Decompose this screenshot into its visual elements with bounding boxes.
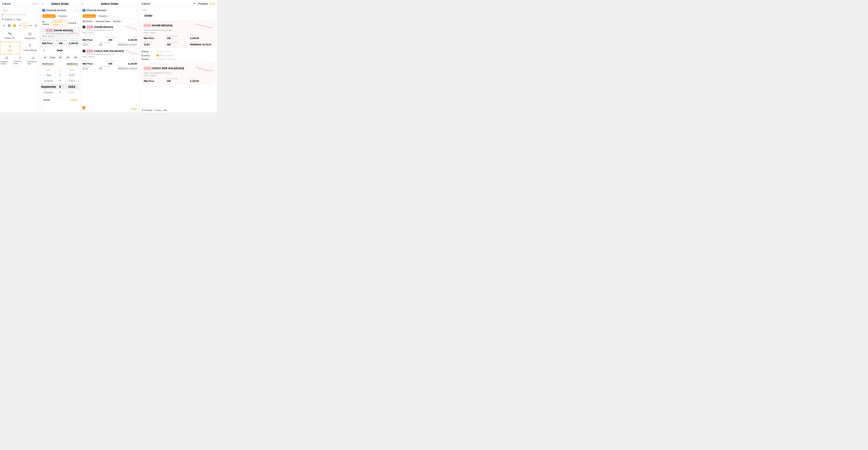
widget-order[interactable]: ≡ Order bbox=[0, 42, 20, 54]
panel4-post-button[interactable]: Post bbox=[209, 2, 215, 5]
day-2: 2 bbox=[56, 67, 64, 73]
star-3[interactable]: ★ bbox=[163, 50, 165, 53]
panel4-order2-turnover-label: Turnover bbox=[190, 78, 213, 80]
toolbar-more-icon[interactable]: ••• bbox=[28, 23, 33, 28]
back-button[interactable]: ‹ bbox=[42, 2, 42, 5]
cancel-button[interactable]: Cancel bbox=[2, 2, 10, 5]
toolbar-chart-icon[interactable]: ◎ bbox=[23, 23, 27, 28]
toolbar-media-icon[interactable]: 00 bbox=[18, 23, 22, 28]
date-all-btn[interactable]: All bbox=[42, 56, 48, 59]
year-2020: 2020 bbox=[64, 73, 79, 78]
filter-all-orders[interactable]: All Orders ∨ bbox=[42, 21, 52, 26]
positions-details-label: Positions Details bbox=[0, 61, 13, 65]
widget-transaction[interactable]: ⊙ Transaction bbox=[20, 30, 40, 42]
panel4-preview-button[interactable]: Preview bbox=[198, 2, 208, 5]
star-2[interactable]: ★ bbox=[159, 50, 162, 53]
filter-tab-futures[interactable]: Futures bbox=[57, 15, 68, 18]
topic-item[interactable]: # Topic bbox=[14, 18, 22, 21]
order-card-xiaomi[interactable]: B Sell XIAOMI-W(01810) Order Time 09/08/… bbox=[40, 27, 80, 47]
date-1m-btn[interactable]: 1M bbox=[65, 56, 71, 59]
panel3-order-card-2[interactable]: ✓ B Sell COSCO SHIP HOLD(01919) Order Ti… bbox=[80, 48, 139, 72]
panel3-done-button[interactable]: Done bbox=[131, 107, 137, 110]
date-3m-btn[interactable]: 3M bbox=[72, 56, 79, 59]
settings-item[interactable]: ⚙ Settings bbox=[2, 18, 13, 21]
panel4-review-input[interactable]: ✏ Write an Review... bbox=[156, 58, 177, 60]
star-1[interactable]: ★ bbox=[156, 50, 159, 53]
list-filter-icon: ≡↑ bbox=[193, 2, 196, 5]
trade-marking-icon: T bbox=[29, 44, 31, 48]
date-picker-title: Date bbox=[57, 49, 63, 52]
panel4-order1-qty-col: Order Quantity 200 bbox=[167, 35, 189, 39]
day-column[interactable]: 2 3 4 5 6 7 8 bbox=[56, 67, 64, 97]
panel4-order2-qty-col: Order Quantity 500 bbox=[167, 78, 189, 82]
order-filter-row: All Orders ∨ Selected Date ∧ Symbol ∨ bbox=[40, 19, 80, 27]
filter-symbol[interactable]: Symbol ∨ bbox=[68, 22, 78, 24]
scroll-picker[interactable]: June July August September October Novem… bbox=[40, 67, 80, 97]
panel3-order1-price-labels: Order Price Order Quantity Turnover bbox=[83, 36, 137, 38]
panel3-order2-check[interactable]: ✓ bbox=[83, 50, 85, 53]
filter-tab-securities[interactable]: Securities bbox=[42, 15, 56, 18]
filter-selected-date[interactable]: Selected Date ∧ bbox=[53, 20, 67, 26]
order-price-labels: Order Price Order Quantity Turnover bbox=[42, 40, 78, 41]
panel3-filter-symbol[interactable]: Symbol ∨ bbox=[113, 20, 123, 23]
panel3-back-button[interactable]: ‹ bbox=[82, 2, 83, 5]
panel4-settings-item[interactable]: ⚙ Settings bbox=[142, 109, 152, 111]
widget-pnl[interactable]: % Today's P/L bbox=[0, 30, 20, 42]
month-july: July bbox=[41, 73, 56, 78]
panel3-order1-check[interactable]: ✓ bbox=[83, 26, 85, 28]
transaction-stats-label: Transaction Stats bbox=[27, 61, 39, 65]
panel4-order1-turnover-col: Turnover 2,164.00 bbox=[190, 35, 213, 39]
month-november: November bbox=[41, 95, 56, 97]
panel4-order-card-1: B Sell XIAOMI-W(01810) Order Time 09/08/… bbox=[142, 21, 215, 48]
panel4-review-label: Review bbox=[142, 58, 156, 60]
panel3-filter-all-orders[interactable]: All Orders ∨ bbox=[83, 20, 95, 23]
panel4-emotion-select[interactable]: 😊 Tap to Select bbox=[156, 54, 173, 57]
panel3-account-selector[interactable]: C Universal Account ∨ bbox=[80, 8, 139, 13]
widget-trade-marking[interactable]: T Trade Marking bbox=[20, 42, 40, 54]
panel3-order1-filled-price: 10.82 bbox=[83, 44, 91, 46]
widget-positions-details[interactable]: ⊟ Positions Details bbox=[0, 54, 13, 66]
year-column[interactable]: 2019 2020 2021 2022 2023 2024 2025 bbox=[64, 67, 79, 97]
month-column[interactable]: June July August September October Novem… bbox=[41, 67, 56, 97]
panel4-emotion-placeholder: Tap to Select bbox=[160, 54, 173, 57]
toolbar-text-icon[interactable]: A bbox=[2, 23, 6, 28]
date-today-btn[interactable]: Today bbox=[49, 56, 56, 59]
panel4-cancel-button[interactable]: Cancel bbox=[142, 2, 150, 5]
panel3-filter-futures[interactable]: Futures bbox=[97, 15, 108, 18]
toolbar-image-icon[interactable]: 🖼 bbox=[7, 23, 11, 28]
order-status-row: Filled Market bbox=[42, 35, 78, 37]
widget-order-label: Order bbox=[7, 49, 13, 52]
panel3-order2-price: Mkt Price bbox=[83, 62, 93, 65]
list-icon-button[interactable]: ≡ 4 bbox=[83, 107, 84, 111]
panel3-order-card-1[interactable]: ✓ B Sell XIAOMI-W(01810) Order Time 09/0… bbox=[80, 24, 139, 48]
panel4-order2-price-row: Order Price Mkt Price Order Quantity 500… bbox=[144, 78, 213, 82]
widget-transaction-stats[interactable]: ⊘ Transaction Stats bbox=[27, 54, 40, 66]
panel3-filter-tabs: Securities Futures bbox=[80, 13, 139, 19]
toolbar-format-icon[interactable]: ☰ bbox=[34, 23, 38, 28]
order-radio[interactable] bbox=[42, 29, 45, 32]
account-chevron-icon: ∨ bbox=[76, 9, 78, 11]
panel3-filter-selected-date[interactable]: Selected Date ∨ bbox=[96, 20, 112, 23]
panel3-order1-status1: Filled bbox=[83, 32, 87, 34]
panel4-topic-item[interactable]: # Topic bbox=[154, 109, 161, 111]
panel4-order2-left: B Sell COSCO SHIP HOLD(01919) bbox=[144, 67, 184, 70]
date-1w-btn[interactable]: 1W bbox=[57, 56, 63, 59]
account-selector[interactable]: C Universal Account ∨ bbox=[40, 8, 80, 13]
date-range-start[interactable]: 09/05/2022 bbox=[42, 62, 54, 66]
panel3-order2-filled-price: 10.24 bbox=[83, 67, 91, 70]
chevron-down-icon: ∨ bbox=[37, 18, 38, 21]
panel4-rating-row: Rating ★ ★ ★ ★ ★ bbox=[142, 50, 215, 53]
post-button[interactable]: Post bbox=[32, 2, 38, 5]
date-close-button[interactable]: ✕ bbox=[42, 48, 45, 52]
panel3-filter-securities[interactable]: Securities bbox=[83, 15, 96, 18]
star-4[interactable]: ★ bbox=[166, 50, 168, 53]
toolbar-emoji-icon[interactable]: 😊 bbox=[12, 23, 17, 28]
date-reset-button[interactable]: Reset bbox=[43, 99, 50, 102]
date-range-end[interactable]: 09/08/2022 bbox=[66, 62, 78, 66]
date-done-button[interactable]: Done bbox=[71, 99, 77, 102]
widget-pnl-label: Today's P/L bbox=[5, 37, 16, 39]
title-input[interactable]: Please enter the text bbox=[3, 13, 37, 16]
widget-positions-stats[interactable]: ≡ Positions Stats bbox=[13, 54, 27, 66]
panel4-stars[interactable]: ★ ★ ★ ★ ★ bbox=[156, 50, 172, 53]
star-5[interactable]: ★ bbox=[169, 50, 172, 53]
